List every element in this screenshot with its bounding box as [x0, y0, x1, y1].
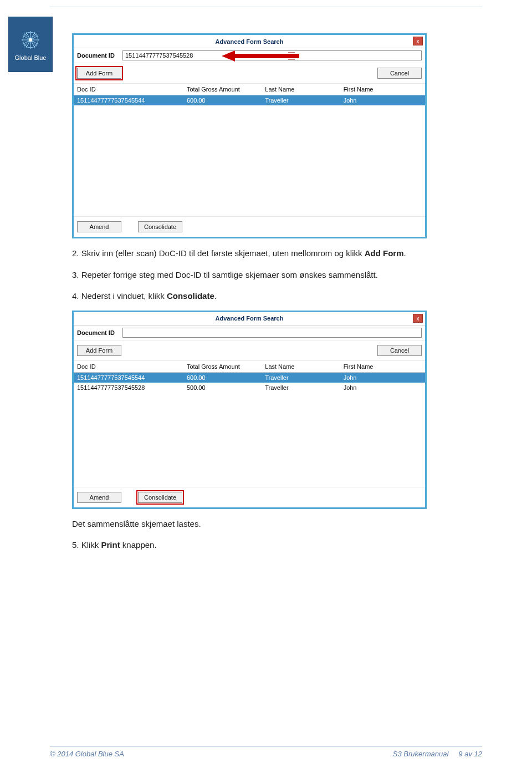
- document-id-label: Document ID: [77, 329, 119, 336]
- table-row[interactable]: 15114477777537545528 500.00 Traveller Jo…: [74, 383, 425, 393]
- instruction-post: Det sammenslåtte skjemaet lastes.: [72, 518, 471, 531]
- dialog-title: Advanced Form Search: [216, 315, 284, 322]
- cancel-button[interactable]: Cancel: [377, 68, 422, 79]
- top-rule: [50, 7, 482, 7]
- close-button[interactable]: x: [413, 314, 423, 323]
- col-total-gross: Total Gross Amount: [187, 86, 265, 93]
- results-table-body: 15114477777537545544 600.00 Traveller Jo…: [74, 95, 425, 216]
- dialog-titlebar: Advanced Form Search x: [74, 312, 425, 325]
- instruction-step-2: 2. Skriv inn (eller scan) DoC-ID til det…: [72, 247, 471, 260]
- advanced-form-search-dialog: Advanced Form Search x Document ID Add F…: [72, 311, 427, 509]
- add-form-button[interactable]: Add Form: [77, 345, 121, 356]
- results-table-header: Doc ID Total Gross Amount Last Name Firs…: [74, 84, 425, 95]
- document-id-row: Document ID: [74, 325, 425, 340]
- table-row[interactable]: 15114477777537545544 600.00 Traveller Jo…: [74, 373, 425, 383]
- col-doc-id: Doc ID: [77, 86, 187, 93]
- instruction-step-4: 4. Nederst i vinduet, klikk Consolidate.: [72, 290, 471, 303]
- consolidate-button[interactable]: Consolidate: [138, 492, 182, 503]
- document-id-row: Document ID 15114477777537545528: [74, 48, 425, 63]
- footer-copyright: © 2014 Global Blue SA: [50, 750, 124, 758]
- footer-doc-title: S3 Brukermanual: [393, 750, 448, 758]
- dialog-titlebar: Advanced Form Search x: [74, 35, 425, 48]
- brand-logo: Global Blue: [8, 17, 53, 72]
- dialog-bottom-row: Amend Consolidate: [74, 487, 425, 507]
- col-total-gross: Total Gross Amount: [187, 363, 265, 370]
- table-row[interactable]: 15114477777537545544 600.00 Traveller Jo…: [74, 95, 425, 105]
- dialog-bottom-row: Amend Consolidate: [74, 216, 425, 237]
- footer-page-number: 9 av 12: [458, 750, 482, 758]
- results-table-body: 15114477777537545544 600.00 Traveller Jo…: [74, 373, 425, 487]
- star-icon: [18, 28, 43, 52]
- close-button[interactable]: x: [413, 37, 423, 45]
- document-id-label: Document ID: [77, 52, 119, 59]
- svg-point-1: [29, 38, 32, 42]
- advanced-form-search-dialog: Advanced Form Search x Document ID 15114…: [72, 33, 427, 238]
- results-table-header: Doc ID Total Gross Amount Last Name Firs…: [74, 361, 425, 373]
- amend-button[interactable]: Amend: [77, 221, 121, 232]
- document-id-input[interactable]: [122, 328, 422, 338]
- dialog-title: Advanced Form Search: [216, 38, 284, 45]
- instruction-step-5: 5. Klikk Print knappen.: [72, 539, 471, 552]
- add-form-button[interactable]: Add Form: [77, 68, 121, 79]
- amend-button[interactable]: Amend: [77, 492, 121, 503]
- dialog-button-row: Add Form Cancel: [74, 63, 425, 84]
- col-first-name: First Name: [344, 86, 422, 93]
- page-content: Advanced Form Search x Document ID 15114…: [72, 33, 471, 552]
- col-last-name: Last Name: [265, 363, 343, 370]
- col-doc-id: Doc ID: [77, 363, 187, 370]
- col-last-name: Last Name: [265, 86, 343, 93]
- col-first-name: First Name: [344, 363, 422, 370]
- page-footer: © 2014 Global Blue SA S3 Brukermanual 9 …: [50, 746, 482, 758]
- document-id-input[interactable]: 15114477777537545528: [122, 50, 422, 60]
- consolidate-button[interactable]: Consolidate: [138, 221, 182, 232]
- instruction-step-3: 3. Repeter forrige steg med Doc-ID til s…: [72, 269, 471, 282]
- dialog-button-row: Add Form Cancel: [74, 340, 425, 361]
- cancel-button[interactable]: Cancel: [377, 345, 422, 356]
- brand-name: Global Blue: [15, 54, 47, 61]
